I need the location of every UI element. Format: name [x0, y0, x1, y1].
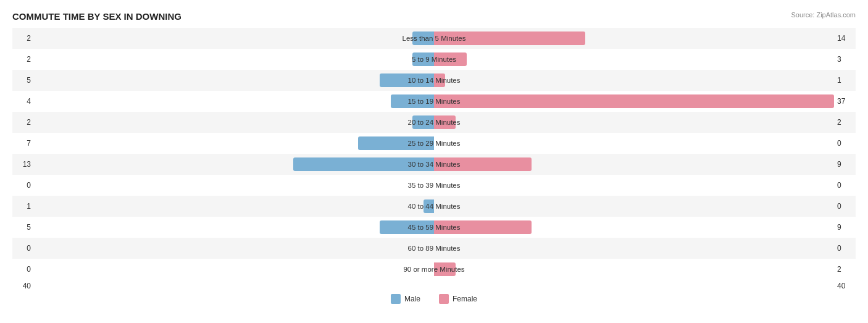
x-axis-row: 40 40: [12, 282, 856, 290]
chart-title: COMMUTE TIME BY SEX IN DOWNING: [12, 11, 856, 22]
female-bar: [434, 157, 532, 171]
chart-row: 415 to 19 Minutes37: [12, 91, 856, 112]
female-value: 0: [834, 244, 856, 253]
male-color-box: [391, 294, 401, 304]
male-bar: [424, 199, 435, 213]
male-bar: [412, 52, 434, 66]
bars-wrapper: Less than 5 Minutes: [34, 28, 834, 49]
row-label: 40 to 44 Minutes: [407, 203, 460, 210]
female-value: 14: [834, 34, 856, 43]
x-axis-left: 40: [12, 282, 34, 290]
bars-wrapper: 35 to 39 Minutes: [34, 175, 834, 196]
chart-row: 25 to 9 Minutes3: [12, 49, 856, 70]
male-value: 4: [12, 97, 34, 106]
female-bar: [434, 73, 445, 87]
legend-male: Male: [391, 294, 420, 304]
legend: Male Female: [12, 294, 856, 304]
female-label: Female: [453, 295, 477, 303]
female-value: 37: [834, 97, 856, 106]
male-bar: [380, 220, 434, 234]
bars-wrapper: 5 to 9 Minutes: [34, 49, 834, 70]
bars-wrapper: 45 to 59 Minutes: [34, 217, 834, 238]
female-bar: [434, 262, 456, 276]
male-bar: [293, 157, 434, 171]
female-bar: [434, 115, 456, 129]
female-value: 3: [834, 55, 856, 64]
female-value: 0: [834, 181, 856, 190]
x-axis-right: 40: [834, 282, 856, 290]
male-value: 0: [12, 244, 34, 253]
bars-wrapper: 15 to 19 Minutes: [34, 91, 834, 112]
male-value: 2: [12, 55, 34, 64]
female-value: 2: [834, 265, 856, 274]
female-color-box: [439, 294, 449, 304]
chart-row: 220 to 24 Minutes2: [12, 112, 856, 133]
male-value: 2: [12, 34, 34, 43]
male-bar: [380, 73, 434, 87]
chart-row: 035 to 39 Minutes0: [12, 175, 856, 196]
chart-row: 090 or more Minutes2: [12, 259, 856, 280]
chart-container: COMMUTE TIME BY SEX IN DOWNING Source: Z…: [0, 0, 868, 323]
male-value: 5: [12, 223, 34, 232]
male-value: 2: [12, 118, 34, 127]
female-value: 9: [834, 223, 856, 232]
row-label: 60 to 89 Minutes: [407, 245, 460, 252]
chart-row: 545 to 59 Minutes9: [12, 217, 856, 238]
female-value: 1: [834, 76, 856, 85]
chart-row: 060 to 89 Minutes0: [12, 238, 856, 259]
chart-row: 725 to 29 Minutes0: [12, 133, 856, 154]
source-text: Source: ZipAtlas.com: [791, 11, 856, 19]
bars-wrapper: 10 to 14 Minutes: [34, 70, 834, 91]
female-value: 0: [834, 202, 856, 211]
bars-wrapper: 60 to 89 Minutes: [34, 238, 834, 259]
chart-row: 140 to 44 Minutes0: [12, 196, 856, 217]
male-value: 7: [12, 139, 34, 148]
female-bar: [434, 94, 834, 108]
chart-row: 2Less than 5 Minutes14: [12, 28, 856, 49]
chart-row: 1330 to 34 Minutes9: [12, 154, 856, 175]
bars-wrapper: 25 to 29 Minutes: [34, 133, 834, 154]
bars-wrapper: 30 to 34 Minutes: [34, 154, 834, 175]
legend-female: Female: [439, 294, 477, 304]
male-bar: [391, 94, 434, 108]
male-value: 5: [12, 76, 34, 85]
male-value: 13: [12, 160, 34, 169]
female-value: 9: [834, 160, 856, 169]
male-value: 0: [12, 181, 34, 190]
bars-wrapper: 90 or more Minutes: [34, 259, 834, 280]
female-bar: [434, 31, 585, 45]
male-value: 1: [12, 202, 34, 211]
male-bar: [412, 115, 434, 129]
female-value: 2: [834, 118, 856, 127]
female-bar: [434, 52, 467, 66]
male-bar: [358, 136, 434, 150]
male-label: Male: [404, 295, 420, 303]
row-label: 35 to 39 Minutes: [407, 182, 460, 189]
chart-area: 2Less than 5 Minutes1425 to 9 Minutes351…: [12, 28, 856, 278]
female-bar: [434, 220, 532, 234]
male-value: 0: [12, 265, 34, 274]
female-value: 0: [834, 139, 856, 148]
bars-wrapper: 20 to 24 Minutes: [34, 112, 834, 133]
bars-wrapper: 40 to 44 Minutes: [34, 196, 834, 217]
chart-row: 510 to 14 Minutes1: [12, 70, 856, 91]
male-bar: [412, 31, 434, 45]
